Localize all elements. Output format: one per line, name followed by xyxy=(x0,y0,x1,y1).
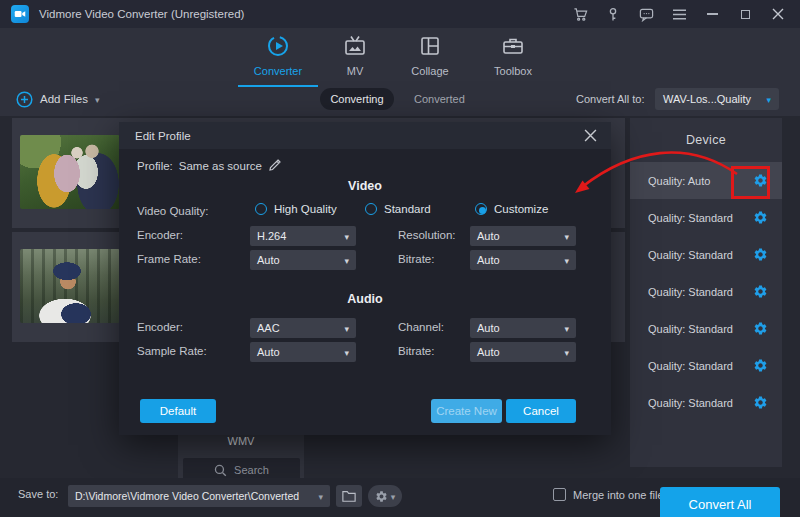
convert-all-to-value: WAV-Los...Quality xyxy=(663,93,751,105)
add-files-label: Add Files xyxy=(40,93,88,105)
save-to-label: Save to: xyxy=(18,488,58,500)
save-path-select[interactable]: D:\Vidmore\Vidmore Video Converter\Conve… xyxy=(68,485,330,507)
tab-converter[interactable]: Converter xyxy=(238,34,318,77)
cancel-button[interactable]: Cancel xyxy=(506,399,576,423)
video-bitrate-select[interactable]: Auto xyxy=(470,250,576,270)
tab-toolbox[interactable]: Toolbox xyxy=(473,34,553,77)
channel-select[interactable]: Auto xyxy=(470,318,576,338)
video-thumbnail-1 xyxy=(20,135,120,209)
profile-item-quality-auto[interactable]: Quality: Auto xyxy=(630,162,782,199)
tab-converted[interactable]: Converted xyxy=(414,93,465,105)
chevron-down-icon xyxy=(766,93,771,105)
select-value: Auto xyxy=(477,254,500,266)
chevron-down-icon[interactable] xyxy=(95,92,100,106)
edit-profile-dialog: Edit Profile Profile: Same as source Vid… xyxy=(119,122,611,435)
profile-value: Same as source xyxy=(179,160,262,172)
dialog-close-icon[interactable] xyxy=(584,129,597,142)
video-quality-label: Video Quality: xyxy=(137,205,208,217)
profile-item-quality-standard[interactable]: Quality: Standard xyxy=(630,347,782,384)
select-value: AAC xyxy=(257,322,280,334)
chevron-down-icon xyxy=(564,322,569,334)
merge-checkbox[interactable] xyxy=(553,488,566,501)
radio-customize[interactable]: Customize xyxy=(475,203,548,215)
convert-all-button[interactable]: Convert All xyxy=(660,487,780,517)
select-value: H.264 xyxy=(257,230,286,242)
gear-icon[interactable] xyxy=(753,284,768,299)
toolbox-icon xyxy=(501,47,525,61)
device-panel-title: Device xyxy=(630,118,782,162)
chevron-down-icon xyxy=(564,230,569,242)
gear-icon[interactable] xyxy=(753,321,768,336)
profile-item-quality-standard[interactable]: Quality: Standard xyxy=(630,273,782,310)
radio-label: Customize xyxy=(494,203,548,215)
maximize-icon[interactable] xyxy=(737,6,753,22)
converting-label: Converting xyxy=(330,93,383,105)
open-folder-button[interactable] xyxy=(336,485,362,507)
gear-icon[interactable] xyxy=(753,247,768,262)
tab-converting[interactable]: Converting xyxy=(320,88,394,110)
profile-item-quality-standard[interactable]: Quality: Standard xyxy=(630,384,782,421)
edit-pencil-icon[interactable] xyxy=(268,158,282,174)
gear-icon[interactable] xyxy=(753,210,768,225)
tab-mv[interactable]: MV xyxy=(315,34,395,77)
audio-bitrate-select[interactable]: Auto xyxy=(470,342,576,362)
feedback-icon[interactable] xyxy=(638,6,654,22)
search-icon xyxy=(214,464,227,477)
plus-circle-icon xyxy=(16,91,33,108)
add-files-button[interactable]: Add Files xyxy=(16,88,99,110)
profile-item-label: Quality: Standard xyxy=(648,286,733,298)
register-key-icon[interactable] xyxy=(605,6,621,22)
video-thumbnail-2 xyxy=(20,249,120,323)
menu-icon[interactable] xyxy=(671,6,687,22)
gear-icon[interactable] xyxy=(753,358,768,373)
tab-mv-label: MV xyxy=(315,65,395,77)
app-window: Vidmore Video Converter (Unregistered) xyxy=(0,0,800,517)
video-encoder-select[interactable]: H.264 xyxy=(250,226,356,246)
sample-rate-select[interactable]: Auto xyxy=(250,342,356,362)
gear-icon[interactable] xyxy=(753,395,768,410)
save-path-value: D:\Vidmore\Vidmore Video Converter\Conve… xyxy=(75,490,299,502)
sample-rate-label: Sample Rate: xyxy=(137,345,207,357)
bottom-bar: Save to: D:\Vidmore\Vidmore Video Conver… xyxy=(0,478,800,517)
frame-rate-label: Frame Rate: xyxy=(137,253,201,265)
radio-high-quality[interactable]: High Quality xyxy=(255,203,337,215)
audio-encoder-select[interactable]: AAC xyxy=(250,318,356,338)
profile-item-quality-standard[interactable]: Quality: Standard xyxy=(630,310,782,347)
convert-all-to-select[interactable]: WAV-Los...Quality xyxy=(655,88,779,110)
default-button[interactable]: Default xyxy=(140,399,216,423)
minimize-icon[interactable] xyxy=(704,6,720,22)
radio-label: Standard xyxy=(384,203,431,215)
search-placeholder: Search xyxy=(234,464,269,476)
select-value: Auto xyxy=(257,346,280,358)
profile-item-label: Quality: Standard xyxy=(648,397,733,409)
tab-converter-label: Converter xyxy=(238,65,318,77)
folder-icon xyxy=(342,490,356,502)
profile-item-label: Quality: Auto xyxy=(648,175,710,187)
video-encoder-label: Encoder: xyxy=(137,229,183,241)
profile-item-quality-standard[interactable]: Quality: Standard xyxy=(630,199,782,236)
dialog-title: Edit Profile xyxy=(135,130,191,142)
mv-icon xyxy=(343,47,367,61)
app-logo-icon xyxy=(11,5,29,23)
radio-circle xyxy=(255,203,267,215)
channel-label: Channel: xyxy=(398,321,444,333)
settings-button[interactable] xyxy=(368,485,402,507)
device-profile-panel: Device Quality: Auto Quality: Standard Q… xyxy=(630,118,782,467)
video-section-heading: Video xyxy=(119,179,611,193)
profile-item-quality-standard[interactable]: Quality: Standard xyxy=(630,236,782,273)
close-icon[interactable] xyxy=(770,6,786,22)
tab-collage[interactable]: Collage xyxy=(390,34,470,77)
converter-icon xyxy=(266,47,290,61)
frame-rate-select[interactable]: Auto xyxy=(250,250,356,270)
chevron-down-icon xyxy=(344,322,349,334)
radio-standard[interactable]: Standard xyxy=(365,203,431,215)
gear-icon[interactable] xyxy=(753,173,768,188)
create-new-button[interactable]: Create New xyxy=(431,399,502,423)
profile-item-label: Quality: Standard xyxy=(648,212,733,224)
cart-icon[interactable] xyxy=(572,6,588,22)
radio-circle xyxy=(365,203,377,215)
chevron-down-icon xyxy=(564,254,569,266)
resolution-select[interactable]: Auto xyxy=(470,226,576,246)
dialog-header: Edit Profile xyxy=(119,122,611,149)
select-value: Auto xyxy=(257,254,280,266)
